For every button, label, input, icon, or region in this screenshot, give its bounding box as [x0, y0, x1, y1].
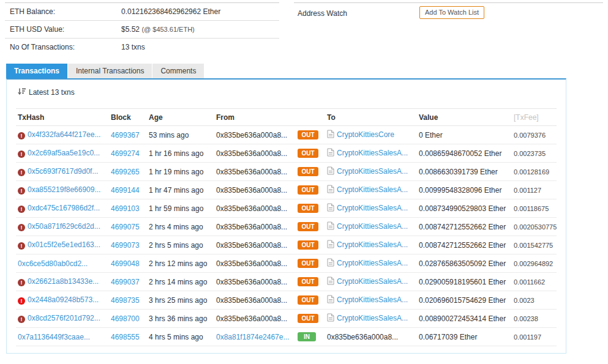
txhash-link[interactable]: 0x2448a09248b573...	[28, 295, 99, 304]
block-link[interactable]: 4699144	[111, 186, 140, 195]
block-link[interactable]: 4699048	[111, 259, 140, 268]
value-text: 0.06717039 Ether	[419, 333, 514, 341]
error-icon: !	[18, 242, 25, 250]
txfee-text: 0.0011662	[514, 278, 557, 286]
to-link[interactable]: CryptoKittiesSalesA...	[337, 185, 408, 194]
value-text: 0.028765863505092 Ether	[419, 259, 514, 268]
age-text: 2 hrs 14 mins ago	[149, 278, 216, 286]
txhash-link[interactable]: 0xa855219f8e66909...	[28, 185, 100, 194]
tab-internal-transactions[interactable]: Internal Transactions	[68, 64, 152, 78]
txhash-link[interactable]: 0x7a1136449f3caae...	[18, 333, 90, 341]
table-row: !0x2448a09248b573... 4698735 3 hrs 25 mi…	[16, 291, 557, 310]
tx-count-value: 13 txns	[121, 43, 145, 51]
to-link[interactable]: CryptoKittiesSalesA...	[337, 149, 408, 157]
tab-comments[interactable]: Comments	[152, 64, 204, 78]
txfee-text: 0.00238	[514, 315, 557, 322]
address-summary: ETH Balance:0.012162368462962962 Ether E…	[5, 2, 279, 56]
value-text: 0.008742712552662 Ether	[419, 241, 514, 250]
to-link[interactable]: CryptoKittiesSalesA...	[337, 314, 408, 322]
txhash-link[interactable]: 0x5c693f7617d9d0f...	[28, 167, 98, 176]
age-text: 3 hrs 25 mins ago	[149, 296, 216, 305]
header-block: Block	[111, 113, 149, 122]
contract-icon	[327, 258, 334, 269]
contract-icon	[327, 185, 334, 195]
header-txfee: [TxFee]	[514, 113, 557, 122]
block-link[interactable]: 4699103	[111, 204, 140, 213]
block-link[interactable]: 4698700	[111, 314, 140, 323]
error-icon: !	[18, 206, 25, 213]
block-link[interactable]: 4699265	[111, 168, 140, 176]
to-link[interactable]: CryptoKittiesCore	[337, 130, 394, 139]
txhash-link[interactable]: 0xdc475c167986d2f...	[28, 204, 100, 212]
table-row: !0x2c69af5aa5e19c0... 4699274 1 hr 16 mi…	[16, 144, 557, 163]
from-address: 0x835be636a000a8...	[216, 186, 298, 195]
contract-icon	[327, 277, 334, 287]
txfee-text: 0.001542775	[514, 242, 557, 249]
block-link[interactable]: 4698555	[111, 333, 140, 341]
add-to-watch-list-button[interactable]: Add To Watch List	[419, 6, 484, 19]
transactions-panel: Latest 13 txns TxHash Block Age From To …	[6, 78, 566, 354]
block-link[interactable]: 4698735	[111, 296, 140, 305]
header-age: Age	[149, 113, 216, 122]
value-text: 0.00999548328096 Ether	[419, 186, 514, 195]
txhash-link[interactable]: 0xc6ce5d80ab0cd2...	[18, 259, 88, 268]
txfee-text: 0.001127	[514, 187, 557, 194]
direction-badge: OUT	[298, 259, 318, 268]
header-to: To	[327, 113, 419, 122]
txhash-link[interactable]: 0x8cd2576f201d792...	[28, 314, 100, 322]
txhash-link[interactable]: 0x50a871f629c6d2d...	[28, 222, 100, 231]
contract-icon	[327, 148, 334, 158]
txfee-text: 0.00128169	[514, 168, 557, 176]
table-row: !0x8cd2576f201d792... 4698700 3 hrs 36 m…	[16, 310, 557, 328]
block-link[interactable]: 4699274	[111, 149, 140, 158]
txhash-link[interactable]: 0x26621a8b13433e...	[28, 277, 99, 286]
direction-badge: OUT	[298, 167, 318, 176]
to-link[interactable]: CryptoKittiesSalesA...	[337, 240, 408, 249]
age-text: 1 hr 59 mins ago	[149, 204, 216, 213]
from-link[interactable]: 0x8a81f1874e2467e...	[216, 333, 298, 341]
latest-txns-line: Latest 13 txns	[18, 88, 75, 97]
to-link[interactable]: CryptoKittiesSalesA...	[337, 277, 408, 286]
from-address: 0x835be636a000a8...	[216, 149, 298, 158]
eth-balance-value: 0.012162368462962962 Ether	[121, 7, 220, 16]
contract-icon	[327, 240, 334, 250]
direction-badge: OUT	[298, 314, 318, 323]
age-text: 4 hrs 5 mins ago	[149, 333, 216, 341]
to-link[interactable]: CryptoKittiesSalesA...	[337, 259, 408, 267]
header-from: From	[216, 113, 298, 122]
contract-icon	[327, 203, 334, 214]
eth-usd-value: $5.52	[121, 25, 140, 34]
txhash-link[interactable]: 0x4f332fa644f217ee...	[28, 130, 100, 139]
address-watch-section: Address Watch Add To Watch List	[294, 2, 603, 24]
to-link[interactable]: CryptoKittiesSalesA...	[337, 204, 408, 212]
value-text: 0.00865948670052 Ether	[419, 149, 514, 158]
txfee-text: 0.001197	[514, 333, 557, 341]
value-text: 0.029005918195601 Ether	[419, 278, 514, 286]
txhash-link[interactable]: 0x2c69af5aa5e19c0...	[28, 149, 100, 157]
from-address: 0x835be636a000a8...	[216, 259, 298, 268]
to-link[interactable]: CryptoKittiesSalesA...	[337, 167, 408, 176]
txhash-link[interactable]: 0x01c5f2e5e1ed163...	[28, 240, 100, 249]
tab-transactions[interactable]: Transactions	[6, 64, 67, 78]
tab-bar: Transactions Internal Transactions Comme…	[6, 64, 205, 78]
block-link[interactable]: 4699073	[111, 241, 140, 250]
tx-count-label: No Of Transactions:	[10, 39, 121, 56]
to-link[interactable]: CryptoKittiesSalesA...	[337, 222, 408, 231]
value-text: 0.008742712552662 Ether	[419, 223, 514, 231]
to-link[interactable]: CryptoKittiesSalesA...	[337, 295, 408, 304]
table-row: !0x26621a8b13433e... 4699037 2 hrs 14 mi…	[16, 273, 557, 291]
error-icon: !	[18, 187, 25, 195]
value-text: 0.008734990529803 Ether	[419, 204, 514, 213]
direction-badge: OUT	[298, 130, 318, 139]
block-link[interactable]: 4699075	[111, 223, 140, 231]
direction-badge: OUT	[298, 295, 318, 305]
block-link[interactable]: 4699037	[111, 278, 140, 286]
table-row: !0xdc475c167986d2f... 4699103 1 hr 59 mi…	[16, 199, 557, 218]
error-icon: !	[18, 279, 25, 286]
header-value: Value	[419, 113, 514, 122]
table-row: 0xc6ce5d80ab0cd2... 4699048 2 hrs 12 min…	[16, 254, 557, 273]
age-text: 3 hrs 36 mins ago	[149, 314, 216, 323]
eth-usd-label: ETH USD Value:	[10, 21, 121, 39]
contract-icon	[327, 221, 334, 232]
block-link[interactable]: 4699367	[111, 131, 140, 139]
